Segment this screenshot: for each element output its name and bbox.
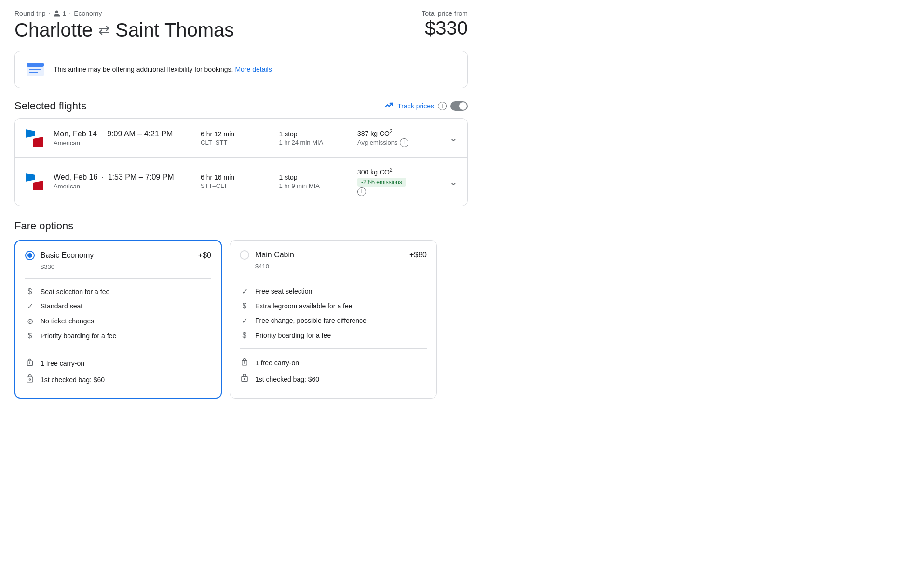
- fare-price-diff: +$0: [198, 251, 211, 260]
- flexibility-message: This airline may be offering additional …: [54, 66, 233, 73]
- check-icon: ✓: [240, 316, 249, 325]
- flight-airline: American: [54, 183, 191, 190]
- svg-point-11: [29, 379, 31, 380]
- feature-text: Standard seat: [41, 302, 82, 310]
- flight-emissions: 300 kg CO2 -23% emissions i: [357, 167, 440, 196]
- emissions-value: 387 kg CO2: [357, 129, 440, 137]
- fare-options-title: Fare options: [14, 220, 468, 232]
- duration-route: STT–CLT: [201, 182, 270, 189]
- fare-cards-container: Basic Economy +$0 $330 $ Seat selection …: [14, 240, 468, 399]
- flight-date: Mon, Feb 14: [54, 130, 97, 138]
- fare-divider: [25, 278, 211, 279]
- page-header: Round trip · 1 · Economy Charlotte ⇄ Sai…: [14, 10, 468, 41]
- flight-date: Wed, Feb 16: [54, 173, 97, 181]
- fare-divider: [240, 278, 427, 278]
- fare-card-main-cabin[interactable]: Main Cabin +$80 $410 ✓ Free seat selecti…: [230, 240, 437, 399]
- track-prices-button[interactable]: Track prices: [397, 102, 434, 110]
- flight-duration: 6 hr 12 min CLT–STT: [201, 130, 270, 146]
- carry-on-icon: [240, 358, 249, 368]
- svg-point-15: [244, 378, 245, 380]
- checked-bag-icon: [25, 374, 35, 385]
- track-prices-toggle[interactable]: [450, 101, 468, 111]
- flight-row[interactable]: Mon, Feb 14 · 9:09 AM – 4:21 PM American…: [15, 119, 467, 158]
- destination-city: Saint Thomas: [115, 19, 234, 41]
- expand-flight-icon[interactable]: ⌄: [449, 132, 458, 144]
- fare-feature: ⊘ No ticket changes: [25, 314, 211, 329]
- check-icon: ✓: [25, 302, 35, 311]
- dot-2: ·: [69, 10, 71, 17]
- feature-text: 1 free carry-on: [255, 359, 299, 367]
- fare-name: Main Cabin: [255, 251, 294, 259]
- fare-divider: [25, 349, 211, 349]
- svg-rect-10: [27, 377, 33, 382]
- feature-text: Free seat selection: [255, 287, 312, 295]
- flight-airline: American: [54, 139, 191, 147]
- fare-total-price: $330: [41, 263, 211, 270]
- fare-card-header: Main Cabin +$80: [240, 250, 427, 260]
- flight-stops: 1 stop 1 hr 9 min MIA: [279, 174, 348, 189]
- feature-text: 1st checked bag: $60: [255, 375, 319, 383]
- trip-type: Round trip: [14, 10, 46, 17]
- airline-logo: [25, 172, 44, 191]
- emissions-badge: -23% emissions: [357, 178, 406, 187]
- dollar-icon: $: [240, 331, 249, 340]
- fare-price-diff: +$80: [409, 251, 427, 259]
- feature-text: No ticket changes: [41, 317, 94, 325]
- emissions-info-icon[interactable]: i: [357, 187, 366, 196]
- flight-time-range: 1:53 PM – 7:09 PM: [108, 173, 174, 181]
- feature-text: Priority boarding for a fee: [255, 332, 331, 339]
- no-icon: ⊘: [25, 317, 35, 326]
- fare-radio-main-cabin[interactable]: [240, 250, 249, 260]
- track-prices-area: Track prices i: [384, 100, 468, 112]
- direction-arrow-icon: ⇄: [98, 22, 109, 38]
- feature-text: Priority boarding for a fee: [41, 332, 116, 340]
- dollar-icon: $: [240, 302, 249, 310]
- dollar-icon: $: [25, 287, 35, 296]
- dollar-icon: $: [25, 332, 35, 340]
- flexibility-text: This airline may be offering additional …: [54, 66, 272, 73]
- more-details-link[interactable]: More details: [235, 66, 272, 73]
- svg-marker-7: [33, 181, 43, 190]
- fare-feature: ✓ Standard seat: [25, 299, 211, 314]
- duration-value: 6 hr 16 min: [201, 174, 270, 181]
- track-prices-info-icon[interactable]: i: [438, 102, 447, 110]
- feature-text: Seat selection for a fee: [41, 288, 109, 295]
- fare-card-header: Basic Economy +$0: [25, 251, 211, 260]
- feature-text: Extra legroom available for a fee: [255, 302, 353, 310]
- trending-up-icon: [384, 100, 394, 112]
- stops-value: 1 stop: [279, 174, 348, 181]
- fare-name: Basic Economy: [41, 251, 94, 260]
- flight-row[interactable]: Wed, Feb 16 · 1:53 PM – 7:09 PM American…: [15, 158, 467, 206]
- checked-bag-icon: [240, 374, 249, 385]
- feature-text: 1 free carry-on: [41, 360, 84, 367]
- flight-stops: 1 stop 1 hr 24 min MIA: [279, 130, 348, 146]
- flight-time: Mon, Feb 14 · 9:09 AM – 4:21 PM: [54, 130, 191, 138]
- fare-feature: 1 free carry-on: [240, 355, 427, 371]
- cabin-class: Economy: [74, 10, 102, 17]
- stops-value: 1 stop: [279, 130, 348, 138]
- selected-flights-title: Selected flights: [14, 100, 86, 112]
- emissions-info-icon[interactable]: i: [400, 138, 408, 147]
- expand-flight-icon[interactable]: ⌄: [449, 176, 458, 187]
- fare-feature: 1 free carry-on: [25, 355, 211, 372]
- fare-feature: $ Priority boarding for a fee: [25, 329, 211, 343]
- trip-meta: Round trip · 1 · Economy: [14, 10, 234, 17]
- svg-marker-4: [26, 129, 35, 138]
- duration-value: 6 hr 12 min: [201, 130, 270, 138]
- flight-duration: 6 hr 16 min STT–CLT: [201, 174, 270, 189]
- stops-detail: 1 hr 24 min MIA: [279, 139, 348, 146]
- fare-feature: ✓ Free seat selection: [240, 284, 427, 299]
- svg-marker-6: [26, 173, 35, 182]
- person-icon: 1: [53, 10, 66, 17]
- fare-feature: $ Seat selection for a fee: [25, 284, 211, 299]
- flight-info: Wed, Feb 16 · 1:53 PM – 7:09 PM American: [54, 173, 191, 190]
- origin-city: Charlotte: [14, 19, 93, 41]
- total-price-section: Total price from $330: [422, 10, 468, 39]
- emissions-label: Avg emissions i: [357, 138, 440, 147]
- trip-title: Charlotte ⇄ Saint Thomas: [14, 19, 234, 41]
- fare-card-basic-economy[interactable]: Basic Economy +$0 $330 $ Seat selection …: [14, 240, 222, 399]
- fare-total-price: $410: [255, 263, 427, 270]
- carry-on-icon: [25, 358, 35, 369]
- flight-dot: ·: [102, 173, 104, 181]
- fare-radio-basic-economy[interactable]: [25, 251, 35, 260]
